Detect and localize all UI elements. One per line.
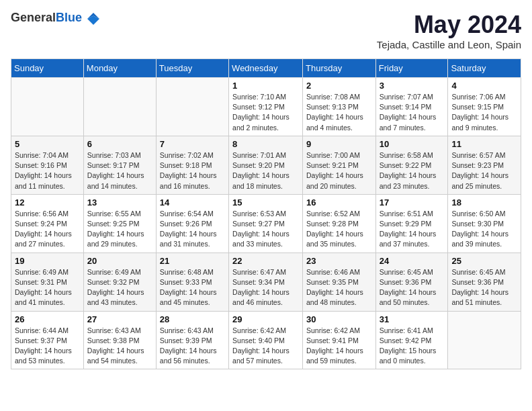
- calendar-week-1: 1Sunrise: 7:10 AM Sunset: 9:12 PM Daylig…: [11, 78, 521, 136]
- day-info: Sunrise: 6:49 AM Sunset: 9:32 PM Dayligh…: [87, 267, 152, 308]
- day-info: Sunrise: 7:07 AM Sunset: 9:14 PM Dayligh…: [380, 92, 445, 133]
- day-info: Sunrise: 6:42 AM Sunset: 9:40 PM Dayligh…: [232, 326, 299, 367]
- day-number: 25: [451, 256, 517, 266]
- calendar-cell: 19Sunrise: 6:49 AM Sunset: 9:31 PM Dayli…: [11, 253, 84, 311]
- calendar-table: SundayMondayTuesdayWednesdayThursdayFrid…: [11, 58, 521, 369]
- day-number: 5: [15, 139, 80, 149]
- day-number: 7: [160, 139, 225, 149]
- day-number: 18: [451, 197, 517, 208]
- calendar-cell: [83, 78, 156, 136]
- calendar-cell: 2Sunrise: 7:08 AM Sunset: 9:13 PM Daylig…: [303, 78, 376, 136]
- day-info: Sunrise: 7:06 AM Sunset: 9:15 PM Dayligh…: [451, 92, 517, 133]
- calendar-cell: 7Sunrise: 7:02 AM Sunset: 9:18 PM Daylig…: [156, 136, 228, 194]
- logo-blue-text: Blue: [56, 11, 82, 24]
- calendar-cell: 14Sunrise: 6:54 AM Sunset: 9:26 PM Dayli…: [156, 194, 228, 253]
- calendar-cell: 12Sunrise: 6:56 AM Sunset: 9:24 PM Dayli…: [11, 194, 84, 253]
- logo-general-text: General: [11, 11, 56, 24]
- day-info: Sunrise: 7:01 AM Sunset: 9:20 PM Dayligh…: [232, 150, 299, 191]
- day-info: Sunrise: 6:42 AM Sunset: 9:41 PM Dayligh…: [306, 326, 372, 367]
- day-info: Sunrise: 6:58 AM Sunset: 9:22 PM Dayligh…: [380, 150, 445, 191]
- day-number: 6: [87, 139, 152, 149]
- day-info: Sunrise: 7:04 AM Sunset: 9:16 PM Dayligh…: [15, 150, 80, 191]
- day-number: 17: [380, 197, 445, 208]
- subtitle: Tejada, Castille and Leon, Spain: [377, 39, 521, 50]
- day-number: 10: [380, 139, 445, 149]
- day-number: 21: [160, 256, 225, 266]
- calendar-cell: [156, 78, 228, 136]
- day-number: 9: [306, 139, 372, 149]
- calendar-cell: 29Sunrise: 6:42 AM Sunset: 9:40 PM Dayli…: [229, 311, 303, 369]
- calendar-cell: 1Sunrise: 7:10 AM Sunset: 9:12 PM Daylig…: [229, 78, 303, 136]
- calendar-cell: [11, 78, 84, 136]
- calendar-cell: 16Sunrise: 6:52 AM Sunset: 9:28 PM Dayli…: [303, 194, 376, 253]
- calendar-cell: 24Sunrise: 6:45 AM Sunset: 9:36 PM Dayli…: [375, 253, 448, 311]
- day-number: 3: [380, 81, 445, 91]
- day-info: Sunrise: 6:57 AM Sunset: 9:23 PM Dayligh…: [451, 150, 517, 191]
- column-header-sunday: Sunday: [11, 59, 84, 78]
- calendar-cell: 28Sunrise: 6:43 AM Sunset: 9:39 PM Dayli…: [156, 311, 228, 369]
- calendar-header: SundayMondayTuesdayWednesdayThursdayFrid…: [11, 59, 521, 78]
- day-number: 23: [306, 256, 372, 266]
- day-number: 1: [232, 81, 299, 91]
- day-number: 29: [232, 314, 299, 324]
- day-number: 30: [306, 314, 372, 324]
- day-number: 31: [380, 314, 445, 324]
- calendar-cell: 8Sunrise: 7:01 AM Sunset: 9:20 PM Daylig…: [229, 136, 303, 194]
- day-number: 24: [380, 256, 445, 266]
- calendar-cell: 27Sunrise: 6:43 AM Sunset: 9:38 PM Dayli…: [83, 311, 156, 369]
- day-number: 2: [306, 81, 372, 91]
- calendar-cell: 11Sunrise: 6:57 AM Sunset: 9:23 PM Dayli…: [448, 136, 521, 194]
- day-info: Sunrise: 6:51 AM Sunset: 9:29 PM Dayligh…: [380, 209, 445, 250]
- day-number: 15: [232, 197, 299, 208]
- day-number: 8: [232, 139, 299, 149]
- header-row: SundayMondayTuesdayWednesdayThursdayFrid…: [11, 59, 521, 78]
- calendar-cell: 30Sunrise: 6:42 AM Sunset: 9:41 PM Dayli…: [303, 311, 376, 369]
- day-info: Sunrise: 6:52 AM Sunset: 9:28 PM Dayligh…: [306, 209, 372, 250]
- day-info: Sunrise: 7:10 AM Sunset: 9:12 PM Dayligh…: [232, 92, 299, 133]
- day-info: Sunrise: 6:45 AM Sunset: 9:36 PM Dayligh…: [451, 267, 517, 308]
- day-number: 14: [160, 197, 225, 208]
- day-info: Sunrise: 6:56 AM Sunset: 9:24 PM Dayligh…: [15, 209, 80, 250]
- day-number: 26: [15, 314, 80, 324]
- calendar-cell: 6Sunrise: 7:03 AM Sunset: 9:17 PM Daylig…: [83, 136, 156, 194]
- day-number: 19: [15, 256, 80, 266]
- calendar-cell: 20Sunrise: 6:49 AM Sunset: 9:32 PM Dayli…: [83, 253, 156, 311]
- calendar-week-3: 12Sunrise: 6:56 AM Sunset: 9:24 PM Dayli…: [11, 194, 521, 253]
- main-title: May 2024: [377, 11, 521, 39]
- day-number: 11: [451, 139, 517, 149]
- calendar-cell: 25Sunrise: 6:45 AM Sunset: 9:36 PM Dayli…: [448, 253, 521, 311]
- day-info: Sunrise: 6:41 AM Sunset: 9:42 PM Dayligh…: [380, 326, 445, 367]
- day-info: Sunrise: 7:08 AM Sunset: 9:13 PM Dayligh…: [306, 92, 372, 133]
- day-info: Sunrise: 7:02 AM Sunset: 9:18 PM Dayligh…: [160, 150, 225, 191]
- day-number: 13: [87, 197, 152, 208]
- day-info: Sunrise: 6:43 AM Sunset: 9:38 PM Dayligh…: [87, 326, 152, 367]
- calendar-cell: 3Sunrise: 7:07 AM Sunset: 9:14 PM Daylig…: [375, 78, 448, 136]
- calendar-cell: 15Sunrise: 6:53 AM Sunset: 9:27 PM Dayli…: [229, 194, 303, 253]
- day-info: Sunrise: 6:46 AM Sunset: 9:35 PM Dayligh…: [306, 267, 372, 308]
- day-number: 27: [87, 314, 152, 324]
- page-header: GeneralBlue May 2024 Tejada, Castille an…: [11, 11, 521, 50]
- calendar-week-2: 5Sunrise: 7:04 AM Sunset: 9:16 PM Daylig…: [11, 136, 521, 194]
- calendar-cell: 23Sunrise: 6:46 AM Sunset: 9:35 PM Dayli…: [303, 253, 376, 311]
- logo-icon: [87, 13, 99, 25]
- calendar-cell: 5Sunrise: 7:04 AM Sunset: 9:16 PM Daylig…: [11, 136, 84, 194]
- day-info: Sunrise: 6:53 AM Sunset: 9:27 PM Dayligh…: [232, 209, 299, 250]
- calendar-cell: 10Sunrise: 6:58 AM Sunset: 9:22 PM Dayli…: [375, 136, 448, 194]
- day-info: Sunrise: 6:55 AM Sunset: 9:25 PM Dayligh…: [87, 209, 152, 250]
- column-header-monday: Monday: [83, 59, 156, 78]
- day-info: Sunrise: 6:49 AM Sunset: 9:31 PM Dayligh…: [15, 267, 80, 308]
- day-info: Sunrise: 6:54 AM Sunset: 9:26 PM Dayligh…: [160, 209, 225, 250]
- day-info: Sunrise: 6:45 AM Sunset: 9:36 PM Dayligh…: [380, 267, 445, 308]
- calendar-cell: 4Sunrise: 7:06 AM Sunset: 9:15 PM Daylig…: [448, 78, 521, 136]
- column-header-saturday: Saturday: [448, 59, 521, 78]
- calendar-cell: [448, 311, 521, 369]
- calendar-body: 1Sunrise: 7:10 AM Sunset: 9:12 PM Daylig…: [11, 78, 521, 369]
- calendar-cell: 31Sunrise: 6:41 AM Sunset: 9:42 PM Dayli…: [375, 311, 448, 369]
- day-number: 28: [160, 314, 225, 324]
- day-info: Sunrise: 7:00 AM Sunset: 9:21 PM Dayligh…: [306, 150, 372, 191]
- day-info: Sunrise: 6:47 AM Sunset: 9:34 PM Dayligh…: [232, 267, 299, 308]
- day-info: Sunrise: 6:43 AM Sunset: 9:39 PM Dayligh…: [160, 326, 225, 367]
- column-header-tuesday: Tuesday: [156, 59, 228, 78]
- day-number: 4: [451, 81, 517, 91]
- day-info: Sunrise: 6:48 AM Sunset: 9:33 PM Dayligh…: [160, 267, 225, 308]
